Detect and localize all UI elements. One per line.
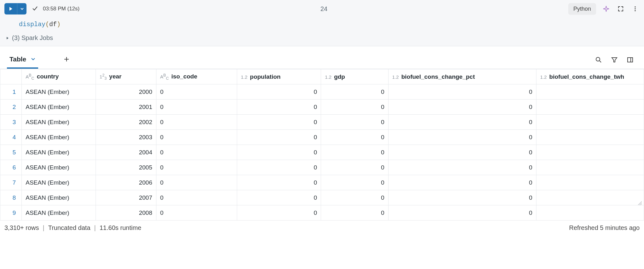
cell-country: ASEAN (Ember) — [22, 205, 96, 220]
more-options-button[interactable] — [631, 4, 640, 13]
language-badge[interactable]: Python — [568, 3, 596, 15]
row-number-cell: 4 — [0, 130, 22, 145]
cell-iso-code: 0 — [156, 100, 237, 115]
cell-country: ASEAN (Ember) — [22, 190, 96, 205]
cell-biofuel-pct: 0 — [388, 190, 536, 205]
cell-iso-code: 0 — [156, 115, 237, 130]
cell-population: 0 — [237, 84, 321, 100]
cell-biofuel-twh — [536, 190, 644, 205]
cell-population: 0 — [237, 115, 321, 130]
panel-toggle-button[interactable] — [626, 55, 635, 64]
cell-biofuel-twh — [536, 100, 644, 115]
cell-iso-code: 0 — [156, 190, 237, 205]
spark-jobs-toggle[interactable]: (3) Spark Jobs — [0, 31, 644, 46]
cell-country: ASEAN (Ember) — [22, 160, 96, 175]
code-variable: df — [49, 21, 57, 28]
status-runtime: 11.60s runtime — [100, 224, 141, 232]
status-bar: 3,310+ rows | Truncated data | 11.60s ru… — [0, 220, 644, 235]
code-editor[interactable]: display(df) — [0, 18, 644, 31]
cell-year: 2005 — [96, 160, 156, 175]
tab-table[interactable]: Table — [7, 51, 38, 69]
col-header-gdp[interactable]: 1.2gdp — [321, 69, 388, 84]
run-dropdown-button[interactable] — [17, 3, 26, 14]
cell-biofuel-twh — [536, 145, 644, 160]
cell-gdp: 0 — [321, 145, 388, 160]
cell-gdp: 0 — [321, 100, 388, 115]
cell-year: 2007 — [96, 190, 156, 205]
type-string-icon: ABC — [160, 74, 169, 79]
col-header-biofuel-twh[interactable]: 1.2biofuel_cons_change_twh — [536, 69, 644, 84]
cell-gdp: 0 — [321, 175, 388, 190]
cell-country: ASEAN (Ember) — [22, 115, 96, 130]
svg-point-1 — [635, 8, 636, 9]
row-number-cell: 1 — [0, 84, 22, 100]
filter-button[interactable] — [610, 55, 619, 64]
cell-year: 2008 — [96, 205, 156, 220]
cell-header: 03:58 PM (12s) 24 Python — [0, 0, 644, 18]
cell-year: 2006 — [96, 175, 156, 190]
row-number-cell: 7 — [0, 175, 22, 190]
cell-biofuel-pct: 0 — [388, 115, 536, 130]
col-header-year[interactable]: 123year — [96, 69, 156, 84]
cell-year: 2004 — [96, 145, 156, 160]
cell-iso-code: 0 — [156, 160, 237, 175]
cell-line-number: 24 — [320, 5, 327, 13]
panel-icon — [627, 56, 634, 63]
cell-population: 0 — [237, 175, 321, 190]
row-number-cell: 6 — [0, 160, 22, 175]
cell-country: ASEAN (Ember) — [22, 100, 96, 115]
table-row[interactable]: 9ASEAN (Ember)20080000 — [0, 205, 644, 220]
run-button-group — [4, 3, 26, 14]
cell-country: ASEAN (Ember) — [22, 130, 96, 145]
execution-timestamp: 03:58 PM (12s) — [43, 6, 79, 12]
plus-icon — [63, 56, 70, 62]
search-icon — [595, 56, 602, 63]
cell-country: ASEAN (Ember) — [22, 175, 96, 190]
expand-button[interactable] — [616, 4, 625, 13]
cell-iso-code: 0 — [156, 175, 237, 190]
col-header-biofuel-pct[interactable]: 1.2biofuel_cons_change_pct — [388, 69, 536, 84]
code-paren-close: ) — [57, 21, 61, 28]
table-header-row: ABCcountry 123year ABCiso_code 1.2popula… — [0, 69, 644, 84]
cell-population: 0 — [237, 100, 321, 115]
run-button[interactable] — [4, 3, 17, 14]
col-header-country[interactable]: ABCcountry — [22, 69, 96, 84]
cell-biofuel-pct: 0 — [388, 130, 536, 145]
table-row[interactable]: 1ASEAN (Ember)20000000 — [0, 84, 644, 100]
cell-country: ASEAN (Ember) — [22, 84, 96, 100]
row-number-cell: 9 — [0, 205, 22, 220]
cell-gdp: 0 — [321, 115, 388, 130]
type-float-icon: 1.2 — [540, 74, 547, 80]
col-header-population[interactable]: 1.2population — [237, 69, 321, 84]
type-float-icon: 1.2 — [325, 74, 331, 80]
cell-year: 2002 — [96, 115, 156, 130]
ai-assist-button[interactable] — [602, 4, 611, 13]
search-button[interactable] — [594, 55, 603, 64]
resize-handle[interactable] — [638, 201, 642, 206]
table-row[interactable]: 3ASEAN (Ember)20020000 — [0, 115, 644, 130]
row-number-header — [0, 69, 22, 84]
cell-population: 0 — [237, 190, 321, 205]
row-number-cell: 5 — [0, 145, 22, 160]
svg-point-0 — [635, 6, 636, 8]
spark-jobs-label: (3) Spark Jobs — [12, 34, 53, 42]
cell-biofuel-pct: 0 — [388, 145, 536, 160]
row-number-cell: 2 — [0, 100, 22, 115]
table-row[interactable]: 4ASEAN (Ember)20030000 — [0, 130, 644, 145]
cell-biofuel-pct: 0 — [388, 84, 536, 100]
col-header-iso-code[interactable]: ABCiso_code — [156, 69, 237, 84]
add-tab-button[interactable] — [63, 55, 70, 65]
sparkle-icon — [603, 5, 610, 12]
cell-biofuel-twh — [536, 205, 644, 220]
table-row[interactable]: 7ASEAN (Ember)20060000 — [0, 175, 644, 190]
table-row[interactable]: 2ASEAN (Ember)20010000 — [0, 100, 644, 115]
success-check-icon — [32, 5, 38, 13]
cell-country: ASEAN (Ember) — [22, 145, 96, 160]
cell-population: 0 — [237, 205, 321, 220]
table-row[interactable]: 8ASEAN (Ember)20070000 — [0, 190, 644, 205]
table-row[interactable]: 6ASEAN (Ember)20050000 — [0, 160, 644, 175]
table-row[interactable]: 5ASEAN (Ember)20040000 — [0, 145, 644, 160]
tab-dropdown[interactable] — [31, 55, 36, 63]
svg-rect-4 — [628, 58, 633, 62]
output-tabs-bar: Table — [0, 46, 644, 69]
